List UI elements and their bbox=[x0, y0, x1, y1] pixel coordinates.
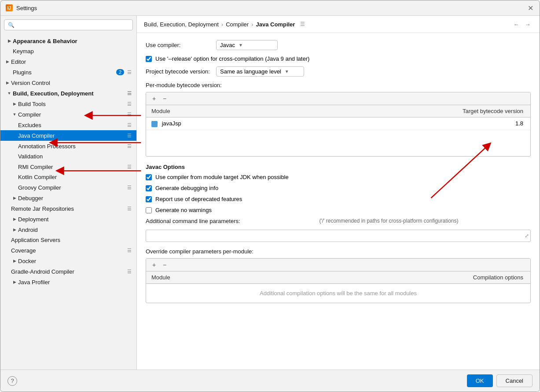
use-compiler-label: Use compiler: bbox=[146, 42, 212, 48]
module-col-header: Module bbox=[146, 105, 283, 117]
expand-arrow-vc: ▶ bbox=[4, 79, 11, 86]
breadcrumb: Build, Execution, Deployment › Compiler … bbox=[144, 21, 305, 28]
sidebar-item-build-execution[interactable]: ▼ Build, Execution, Deployment ☰ bbox=[0, 88, 136, 99]
breadcrumb-nav: ← → bbox=[511, 19, 533, 29]
use-release-checkbox[interactable] bbox=[146, 56, 152, 62]
additional-cmd-input-wrap: ⤢ bbox=[146, 230, 531, 242]
use-release-option-row: Use '--release' option for cross-compila… bbox=[146, 55, 531, 62]
sidebar-item-editor[interactable]: ▶ Editor bbox=[0, 56, 136, 67]
expand-arrow-android: ▶ bbox=[11, 226, 18, 233]
sidebar-label-docker: Docker bbox=[18, 258, 133, 264]
sidebar-label-remote-jar: Remote Jar Repositories bbox=[11, 205, 126, 212]
sidebar-item-deployment[interactable]: ▶ Deployment bbox=[0, 214, 136, 224]
sidebar-item-build-tools[interactable]: ▶ Build Tools ☰ bbox=[0, 99, 136, 109]
breadcrumb-sep-1: › bbox=[221, 21, 223, 28]
sidebar-item-java-profiler[interactable]: ▶ Java Profiler bbox=[0, 277, 136, 287]
sidebar-item-remote-jar[interactable]: Remote Jar Repositories ☰ bbox=[0, 203, 136, 214]
sidebar-label-deployment: Deployment bbox=[18, 216, 133, 223]
javac-option-2-row: Generate debugging info bbox=[146, 185, 531, 191]
sidebar-label-annotation-processors: Annotation Processors bbox=[18, 143, 126, 150]
expand-arrow-build: ▼ bbox=[6, 90, 13, 97]
sidebar-item-kotlin-compiler[interactable]: Kotlin Compiler bbox=[0, 172, 136, 182]
add-module-button[interactable]: + bbox=[150, 94, 158, 103]
ok-button[interactable]: OK bbox=[467, 374, 493, 387]
sidebar-label-build-execution: Build, Execution, Deployment bbox=[13, 90, 126, 97]
use-compiler-row: Use compiler: Javac ▼ bbox=[146, 40, 531, 50]
sidebar-item-gradle-android[interactable]: Gradle-Android Compiler ☰ bbox=[0, 266, 136, 277]
javac-option-2-label: Generate debugging info bbox=[155, 185, 218, 191]
javac-option-1-row: Use compiler from module target JDK when… bbox=[146, 174, 531, 180]
sidebar-item-keymap[interactable]: Keymap bbox=[0, 46, 136, 56]
module-name: javaJsp bbox=[162, 120, 181, 127]
override-module-col-header: Module bbox=[146, 271, 269, 284]
sidebar-item-version-control[interactable]: ▶ Version Control bbox=[0, 77, 136, 88]
module-version-cell: 1.8 bbox=[283, 117, 530, 130]
sidebar-label-compiler: Compiler bbox=[18, 111, 126, 118]
bytecode-col-header: Target bytecode version bbox=[283, 105, 530, 117]
sidebar-item-plugins[interactable]: Plugins 2 ☰ bbox=[0, 67, 136, 77]
table-row[interactable]: javaJsp 1.8 bbox=[146, 117, 530, 130]
sidebar-item-application-servers[interactable]: Application Servers bbox=[0, 235, 136, 245]
sidebar-item-appearance[interactable]: ▶ Appearance & Behavior bbox=[0, 36, 136, 46]
gear-icon-annotation-processors: ☰ bbox=[126, 143, 133, 150]
javac-option-3-checkbox[interactable] bbox=[146, 196, 152, 202]
additional-cmd-hint: ('/' recommended in paths for cross-plat… bbox=[247, 218, 531, 224]
gear-icon-groovy: ☰ bbox=[126, 184, 133, 191]
sidebar-label-rmi-compiler: RMI Compiler bbox=[18, 164, 126, 170]
javac-options-header: Javac Options bbox=[146, 164, 531, 170]
settings-body: Use compiler: Javac ▼ Use '--release' op… bbox=[137, 33, 540, 370]
sidebar-item-validation[interactable]: Validation bbox=[0, 151, 136, 161]
app-icon: IJ bbox=[6, 4, 13, 11]
search-input[interactable] bbox=[17, 22, 129, 28]
search-box[interactable]: 🔍 bbox=[4, 19, 133, 30]
sidebar-item-android[interactable]: ▶ Android bbox=[0, 224, 136, 235]
javac-option-4-checkbox[interactable] bbox=[146, 207, 152, 213]
sidebar-item-debugger[interactable]: ▶ Debugger bbox=[0, 193, 136, 203]
cancel-button[interactable]: Cancel bbox=[496, 374, 533, 387]
expand-icon: ⤢ bbox=[525, 233, 529, 239]
sidebar-label-java-profiler: Java Profiler bbox=[18, 279, 133, 286]
additional-cmd-row: Additional command line parameters: ('/'… bbox=[146, 218, 531, 224]
search-icon: 🔍 bbox=[8, 22, 15, 28]
javac-option-2-checkbox[interactable] bbox=[146, 185, 152, 191]
nav-back-button[interactable]: ← bbox=[511, 19, 521, 29]
per-module-table: Module Target bytecode version javaJsp 1… bbox=[146, 105, 530, 156]
gear-icon-java-compiler: ☰ bbox=[126, 132, 133, 139]
title-bar: IJ Settings ✕ bbox=[0, 0, 540, 16]
per-module-toolbar: + − bbox=[146, 92, 530, 105]
expand-arrow-build-tools: ▶ bbox=[11, 100, 18, 107]
breadcrumb-part-3: Java Compiler bbox=[256, 21, 295, 28]
close-button[interactable]: ✕ bbox=[526, 4, 534, 12]
sidebar-label-version-control: Version Control bbox=[11, 80, 133, 86]
gear-icon-excludes: ☰ bbox=[126, 121, 133, 128]
sidebar-item-groovy-compiler[interactable]: Groovy Compiler ☰ bbox=[0, 182, 136, 193]
help-button[interactable]: ? bbox=[7, 376, 17, 386]
sidebar-label-android: Android bbox=[18, 227, 133, 233]
sidebar-item-rmi-compiler[interactable]: RMI Compiler ☰ bbox=[0, 161, 136, 172]
expand-arrow-java-profiler: ▶ bbox=[11, 278, 18, 286]
dropdown-arrow-bytecode: ▼ bbox=[285, 69, 289, 74]
breadcrumb-bar: Build, Execution, Deployment › Compiler … bbox=[137, 16, 540, 33]
button-group: OK Cancel bbox=[467, 374, 533, 387]
sidebar-label-coverage: Coverage bbox=[11, 247, 126, 254]
sidebar-item-excludes[interactable]: Excludes ☰ bbox=[0, 120, 136, 130]
project-bytecode-dropdown[interactable]: Same as language level ▼ bbox=[216, 66, 304, 77]
additional-cmd-label: Additional command line parameters: bbox=[146, 218, 242, 224]
sidebar-item-annotation-processors[interactable]: Annotation Processors ☰ bbox=[0, 141, 136, 151]
sidebar-tree: ▶ Appearance & Behavior Keymap ▶ Editor … bbox=[0, 34, 136, 370]
nav-forward-button[interactable]: → bbox=[523, 19, 533, 29]
title-bar-left: IJ Settings bbox=[6, 4, 37, 11]
javac-option-1-checkbox[interactable] bbox=[146, 174, 152, 180]
add-override-button[interactable]: + bbox=[150, 260, 158, 269]
dialog-title: Settings bbox=[16, 5, 37, 11]
sidebar-item-docker[interactable]: ▶ Docker bbox=[0, 256, 136, 266]
sidebar-item-coverage[interactable]: Coverage ☰ bbox=[0, 245, 136, 256]
per-module-table-container: + − Module Target bytecode version bbox=[146, 92, 531, 157]
use-compiler-dropdown[interactable]: Javac ▼ bbox=[216, 40, 278, 50]
additional-cmd-input[interactable] bbox=[146, 230, 531, 242]
remove-override-button[interactable]: − bbox=[160, 260, 169, 269]
sidebar-item-compiler[interactable]: ▼ Compiler ☰ bbox=[0, 109, 136, 120]
remove-module-button[interactable]: − bbox=[160, 94, 169, 103]
sidebar-item-java-compiler[interactable]: Java Compiler ☰ bbox=[0, 130, 136, 141]
sidebar-label-build-tools: Build Tools bbox=[18, 101, 126, 107]
